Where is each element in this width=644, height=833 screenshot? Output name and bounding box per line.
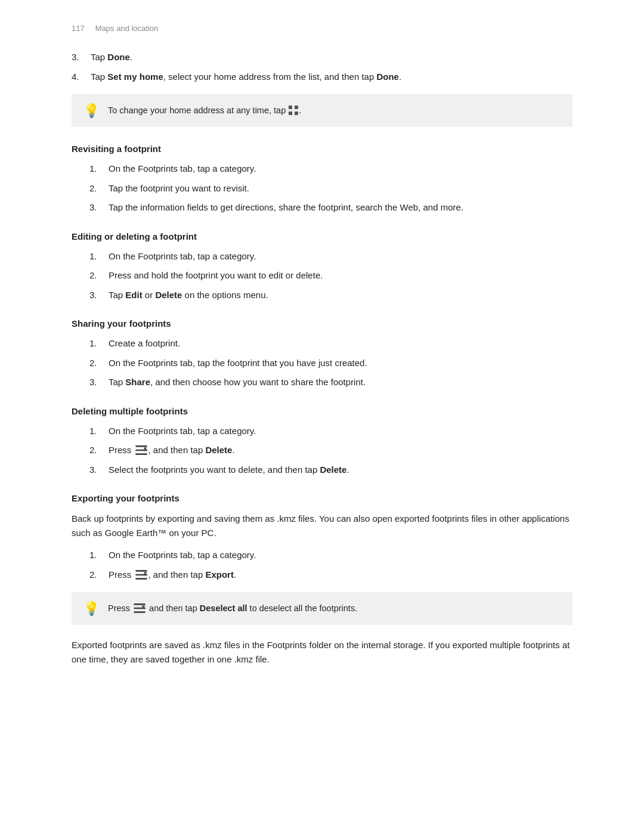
deselect-all-label: Deselect all [200, 603, 247, 613]
section-sharing-title: Sharing your footprints [72, 318, 572, 329]
tip-box-2: 💡 Press and then tap Deselect all to des… [72, 592, 572, 625]
step-num: 3. [89, 289, 109, 302]
section-revisiting: Revisiting a footprint 1. On the Footpri… [72, 144, 572, 215]
delete-label-1: Delete [155, 290, 182, 300]
del-step-2: 2. Press , and then tap Delete. [89, 444, 572, 457]
step-num: 1. [89, 425, 109, 438]
svg-rect-4 [135, 445, 147, 447]
step-num: 3. [89, 201, 109, 215]
revisit-step-2: 2. Tap the footprint you want to revisit… [89, 182, 572, 196]
tip-icon-1: 💡 [83, 103, 100, 119]
svg-rect-14 [134, 611, 145, 613]
step-num: 3. [89, 376, 109, 389]
section-title: Maps and location [95, 24, 159, 33]
step-num: 3. [72, 51, 91, 64]
menu-icon-2 [135, 570, 147, 580]
svg-rect-10 [135, 578, 147, 580]
share-step-1-text: Create a footprint. [109, 337, 572, 351]
revisit-step-2-text: Tap the footprint you want to revisit. [109, 182, 572, 196]
section-exporting-title: Exporting your footprints [72, 493, 572, 503]
done-label-2: Done [376, 72, 399, 82]
edit-step-2: 2. Press and hold the footprint you want… [89, 269, 572, 283]
del-step-1: 1. On the Footprints tab, tap a category… [89, 425, 572, 438]
step-num: 3. [89, 463, 109, 477]
svg-rect-1 [295, 106, 298, 109]
svg-rect-0 [289, 106, 292, 109]
small-grid-icon-1 [288, 105, 299, 116]
edit-step-3: 3. Tap Edit or Delete on the options men… [89, 289, 572, 302]
step-num: 1. [89, 337, 109, 351]
revisit-step-3-text: Tap the information fields to get direct… [109, 201, 572, 215]
intro-steps: 3. Tap Done. 4. Tap Set my home, select … [72, 51, 572, 83]
step-num: 1. [89, 549, 109, 562]
edit-step-1: 1. On the Footprints tab, tap a category… [89, 250, 572, 264]
tip-text-1: To change your home address at any time,… [108, 104, 301, 117]
edit-step-1-text: On the Footprints tab, tap a category. [109, 250, 572, 264]
menu-icon-3 [134, 603, 145, 613]
export-step-2: 2. Press , and then tap Export. [89, 568, 572, 582]
intro-step-3: 3. Tap Done. [72, 51, 572, 64]
export-step-1: 1. On the Footprints tab, tap a category… [89, 549, 572, 562]
page-header: 117 Maps and location [72, 24, 572, 33]
section-deleting-title: Deleting multiple footprints [72, 406, 572, 416]
delete-label-3: Delete [320, 465, 346, 475]
step-num: 2. [89, 357, 109, 370]
menu-icon-1 [135, 445, 147, 455]
share-label: Share [125, 377, 150, 387]
section-editing: Editing or deleting a footprint 1. On th… [72, 231, 572, 302]
set-my-home-label: Set my home [107, 72, 163, 82]
export-step-1-text: On the Footprints tab, tap a category. [109, 549, 572, 562]
step-num: 2. [89, 269, 109, 283]
svg-rect-2 [289, 112, 292, 115]
edit-step-2-text: Press and hold the footprint you want to… [109, 269, 572, 283]
intro-step-4: 4. Tap Set my home, select your home add… [72, 70, 572, 84]
section-deleting: Deleting multiple footprints 1. On the F… [72, 406, 572, 477]
svg-rect-3 [295, 112, 298, 115]
svg-marker-15 [143, 605, 145, 609]
step-num: 4. [72, 70, 91, 84]
svg-marker-7 [144, 448, 147, 451]
step-num: 2. [89, 568, 109, 582]
export-label: Export [205, 569, 234, 580]
delete-label-2: Delete [205, 445, 232, 455]
tip-text-2: Press and then tap Deselect all to desel… [108, 602, 357, 615]
step-num: 1. [89, 162, 109, 176]
section-editing-title: Editing or deleting a footprint [72, 231, 572, 241]
share-step-2-text: On the Footprints tab, tap the footprint… [109, 357, 572, 370]
del-step-3: 3. Select the footprints you want to del… [89, 463, 572, 477]
svg-rect-12 [134, 603, 145, 605]
section-exporting: Exporting your footprints Back up footpr… [72, 493, 572, 581]
del-step-1-text: On the Footprints tab, tap a category. [109, 425, 572, 438]
section-sharing: Sharing your footprints 1. Create a foot… [72, 318, 572, 389]
share-step-1: 1. Create a footprint. [89, 337, 572, 351]
page-number: 117 [72, 24, 85, 33]
share-step-3: 3. Tap Share, and then choose how you wa… [89, 376, 572, 389]
revisit-step-3: 3. Tap the information fields to get dir… [89, 201, 572, 215]
step-num: 2. [89, 182, 109, 196]
share-step-2: 2. On the Footprints tab, tap the footpr… [89, 357, 572, 370]
exporting-intro: Back up footprints by exporting and savi… [72, 512, 572, 540]
tip-icon-2: 💡 [83, 601, 100, 617]
tip-box-1: 💡 To change your home address at any tim… [72, 94, 572, 127]
revisit-step-1: 1. On the Footprints tab, tap a category… [89, 162, 572, 176]
step-num: 1. [89, 250, 109, 264]
done-label-1: Done [107, 52, 130, 62]
svg-rect-8 [135, 570, 147, 572]
section-revisiting-title: Revisiting a footprint [72, 144, 572, 154]
footer-paragraph: Exported footprints are saved as .kmz fi… [72, 638, 572, 667]
revisit-step-1-text: On the Footprints tab, tap a category. [109, 162, 572, 176]
edit-label: Edit [125, 290, 142, 300]
svg-marker-11 [144, 572, 147, 575]
page: 117 Maps and location 3. Tap Done. 4. Ta… [0, 0, 644, 711]
step-num: 2. [89, 444, 109, 457]
svg-rect-6 [135, 453, 147, 455]
